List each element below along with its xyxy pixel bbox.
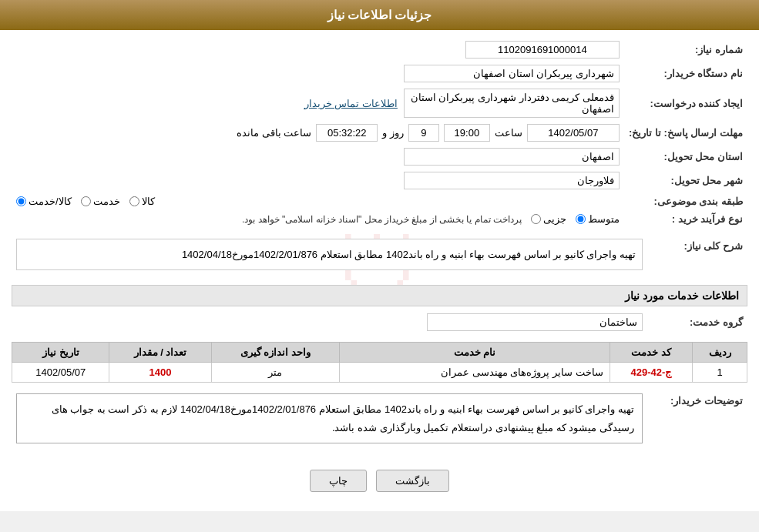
mohlat-remaining-label: ساعت باقی مانده [237, 127, 311, 139]
tozi-value: تهیه واجرای کانیو بر اساس فهرست بهاء ابن… [16, 393, 643, 443]
gorooh-value: ساختمان [427, 313, 643, 331]
shomara-label: شماره نیاز: [624, 38, 747, 62]
cell-name: ساخت سایر پروژه‌های مهندسی عمران [340, 363, 610, 383]
ijad-konande-value: قدمعلی کریمی دفتردار شهرداری پیربکران اس… [404, 89, 620, 118]
col-name: نام خدمت [340, 343, 610, 363]
sharh-table: شرح کلی نیاز: تهیه واجرای کانیو بر اساس … [12, 236, 747, 277]
col-tedad: تعداد / مقدار [109, 343, 211, 363]
gorooh-label: گروه خدمت: [647, 310, 747, 334]
sharh-koli-label: شرح کلی نیاز: [647, 236, 747, 277]
shahr-value: فلاورجان [404, 172, 620, 189]
process-note: پرداخت تمام یا بخشی از مبلغ خریداز محل "… [242, 214, 522, 225]
tozi-label: توضیحات خریدار: [647, 390, 747, 454]
col-radif: ردیف [693, 343, 747, 363]
ostan-label: استان محل تحویل: [624, 145, 747, 169]
tozi-table: توضیحات خریدار: تهیه واجرای کانیو بر اسا… [12, 390, 747, 454]
info-khedmat-title: اطلاعات خدمات مورد نیاز [12, 285, 747, 306]
process-type-group: متوسط جزیی پرداخت تمام یا بخشی از مبلغ خ… [16, 213, 620, 225]
mohlat-date: 1402/05/07 [527, 124, 620, 142]
contact-link[interactable]: اطلاعات تماس خریدار [304, 98, 398, 109]
radio-kala-khedmat-label: کالا/خدمت [29, 196, 72, 207]
mohlat-time-label: ساعت [495, 127, 522, 139]
radio-kala-khedmat[interactable]: کالا/خدمت [16, 196, 72, 207]
cell-vahed: متر [211, 363, 340, 383]
radio-jozii-label: جزیی [543, 213, 566, 225]
cell-kod: ج-42-429 [610, 363, 693, 383]
print-button[interactable]: چاپ [310, 470, 367, 492]
radio-motavasset[interactable]: متوسط [576, 213, 620, 225]
radio-motavasset-input[interactable] [576, 214, 586, 224]
tabaqe-radio-group: کالا/خدمت خدمت کالا [16, 196, 620, 207]
col-vahed: واحد اندازه گیری [211, 343, 340, 363]
page-header: جزئیات اطلاعات نیاز [0, 0, 759, 30]
mohlat-label: مهلت ارسال پاسخ: تا تاریخ: [624, 121, 747, 145]
cell-radif: 1 [693, 363, 747, 383]
radio-motavasset-label: متوسط [588, 213, 620, 225]
tabaqe-label: طبقه بندی موضوعی: [624, 192, 747, 210]
back-button[interactable]: بازگشت [376, 470, 449, 492]
cell-tarikh: 1402/05/07 [12, 363, 109, 383]
radio-khedmat-input[interactable] [81, 196, 91, 206]
sharh-koli-value: تهیه واجرای کانیو بر اساس فهرست بهاء ابن… [16, 239, 643, 270]
mohlat-days: 9 [408, 124, 439, 142]
radio-kala-input[interactable] [129, 196, 139, 206]
shahr-label: شهر محل تحویل: [624, 169, 747, 192]
radio-jozii-input[interactable] [531, 214, 541, 224]
radio-kala-label: کالا [142, 196, 155, 207]
mohlat-time: 19:00 [444, 124, 490, 142]
ostan-value: اصفهان [404, 148, 620, 166]
page-title: جزئیات اطلاعات نیاز [327, 8, 432, 22]
services-table: ردیف کد خدمت نام خدمت واحد اندازه گیری ت… [12, 342, 747, 383]
col-tarikh: تاریخ نیاز [12, 343, 109, 363]
mohlat-remaining: 05:32:22 [316, 124, 378, 142]
radio-kala[interactable]: کالا [129, 196, 155, 207]
nooe-farayand-label: نوع فرآیند خرید : [624, 210, 747, 228]
nam-dastgah-label: نام دستگاه خریدار: [624, 62, 747, 85]
nam-dastgah-value: شهرداری پیربکران استان اصفهان [404, 65, 620, 82]
table-row: 1ج-42-429ساخت سایر پروژه‌های مهندسی عمرا… [12, 363, 747, 383]
gorooh-table: گروه خدمت: ساختمان [12, 310, 747, 334]
ijad-konande-label: ایجاد کننده درخواست: [624, 85, 747, 121]
col-kod: کد خدمت [610, 343, 693, 363]
radio-jozii[interactable]: جزیی [531, 213, 566, 225]
mohlat-days-label: روز و [382, 127, 404, 139]
radio-khedmat-label: خدمت [93, 196, 120, 207]
radio-khedmat[interactable]: خدمت [81, 196, 120, 207]
radio-kala-khedmat-input[interactable] [16, 196, 26, 206]
shomara-value: 1102091691000014 [465, 41, 620, 59]
cell-tedad: 1400 [109, 363, 211, 383]
info-table: شماره نیاز: 1102091691000014 نام دستگاه … [12, 38, 747, 228]
button-bar: بازگشت چاپ [12, 462, 747, 504]
